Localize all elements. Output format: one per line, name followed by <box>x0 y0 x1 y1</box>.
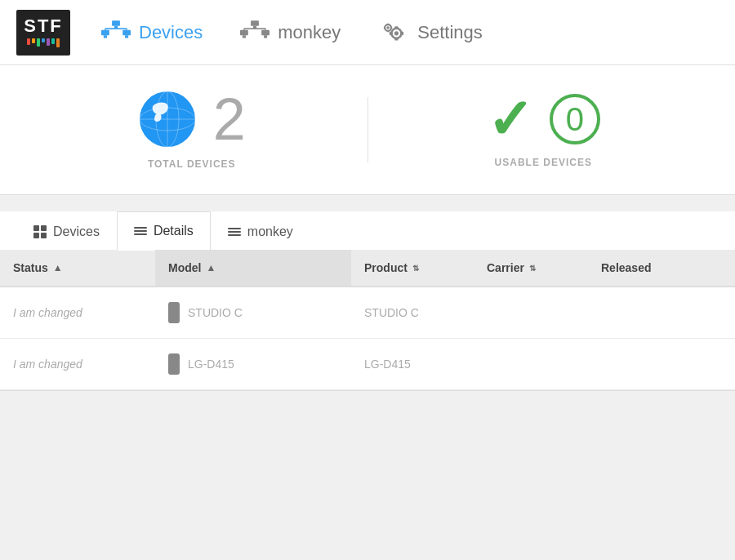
td-carrier-2 <box>474 349 588 379</box>
th-status[interactable]: Status ▲ <box>0 250 155 286</box>
td-released-1 <box>588 298 735 327</box>
td-status-1: I am changed <box>0 291 155 334</box>
monkey-nav-icon <box>240 20 270 46</box>
nav-settings-label: Settings <box>417 22 483 43</box>
th-model[interactable]: Model ▲ <box>155 250 351 286</box>
td-model-2: LG-D415 <box>155 339 351 389</box>
sort-icon-product: ⇅ <box>412 264 419 273</box>
sort-icon-carrier: ⇅ <box>529 264 536 273</box>
devices-nav-icon <box>101 20 131 46</box>
globe-icon <box>138 90 197 149</box>
total-label: TOTAL DEVICES <box>148 158 236 170</box>
tab-devices[interactable]: Devices <box>16 212 117 251</box>
total-devices-stat: 2 TOTAL DEVICES <box>49 90 335 170</box>
svg-rect-3 <box>104 35 107 38</box>
phone-icon-2 <box>168 353 180 375</box>
tab-details-label: Details <box>154 224 194 238</box>
tabs-row: Devices Details monkey <box>0 211 735 250</box>
sort-icon-model: ▲ <box>206 262 216 273</box>
usable-devices-stat: ✓ 0 USABLE DEVICES <box>401 91 687 168</box>
list-icon-monkey <box>228 226 241 238</box>
svg-rect-5 <box>125 35 128 38</box>
th-product[interactable]: Product ⇅ <box>351 250 474 286</box>
table-header: Status ▲ Model ▲ Product ⇅ Carrier ⇅ Rel… <box>0 250 735 287</box>
svg-rect-24 <box>395 26 399 29</box>
th-released[interactable]: Released <box>588 250 735 286</box>
nav-item-settings[interactable]: Settings <box>363 0 497 65</box>
checkmark-icon: ✓ <box>487 91 533 147</box>
list-icon <box>134 225 147 237</box>
grid-icon <box>33 225 47 238</box>
svg-rect-13 <box>240 29 248 35</box>
td-carrier-1 <box>474 298 588 327</box>
nav-monkey-label: monkey <box>278 22 341 43</box>
logo-bars <box>27 38 60 47</box>
td-model-1: STUDIO C <box>155 287 351 338</box>
usable-count: 0 <box>566 101 584 138</box>
svg-rect-16 <box>264 35 267 38</box>
stat-divider <box>368 97 368 162</box>
svg-rect-27 <box>401 31 403 34</box>
tab-details[interactable]: Details <box>117 211 211 251</box>
svg-point-23 <box>394 31 399 35</box>
sort-icon-status: ▲ <box>53 262 63 273</box>
tab-devices-label: Devices <box>53 224 100 239</box>
usable-count-circle: 0 <box>550 94 600 144</box>
logo-text: STF <box>24 17 63 35</box>
svg-rect-31 <box>387 29 390 31</box>
nav-devices-label: Devices <box>139 22 203 43</box>
svg-rect-26 <box>390 31 392 34</box>
svg-rect-0 <box>112 20 120 26</box>
nav-item-devices[interactable]: Devices <box>87 0 217 65</box>
svg-rect-4 <box>122 29 131 35</box>
svg-rect-32 <box>384 26 385 29</box>
th-carrier[interactable]: Carrier ⇅ <box>474 250 588 286</box>
tab-monkey-label: monkey <box>247 224 293 239</box>
table-row: I am changed STUDIO C STUDIO C <box>0 287 735 339</box>
svg-rect-30 <box>387 23 390 24</box>
td-product-1: STUDIO C <box>351 291 474 334</box>
total-count: 2 <box>213 90 246 149</box>
nav-item-monkey[interactable]: monkey <box>225 0 355 65</box>
svg-rect-11 <box>251 20 259 26</box>
usable-label: USABLE DEVICES <box>495 157 592 168</box>
tabs-section: Devices Details monkey Status ▲ <box>0 211 735 391</box>
table-row: I am changed LG-D415 LG-D415 <box>0 339 735 390</box>
td-released-2 <box>588 349 735 379</box>
settings-nav-icon <box>378 19 409 47</box>
svg-rect-25 <box>395 38 399 40</box>
logo[interactable]: STF <box>16 10 70 56</box>
navbar: STF Devices <box>0 0 735 65</box>
tab-monkey[interactable]: monkey <box>211 212 310 251</box>
svg-point-29 <box>387 26 390 29</box>
svg-rect-2 <box>101 29 109 35</box>
td-status-2: I am changed <box>0 343 155 385</box>
phone-icon-1 <box>168 302 180 323</box>
svg-rect-15 <box>261 29 270 35</box>
stats-section: 2 TOTAL DEVICES ✓ 0 USABLE DEVICES <box>0 65 735 195</box>
svg-rect-14 <box>243 35 246 38</box>
svg-rect-33 <box>390 26 392 29</box>
td-product-2: LG-D415 <box>351 343 474 385</box>
